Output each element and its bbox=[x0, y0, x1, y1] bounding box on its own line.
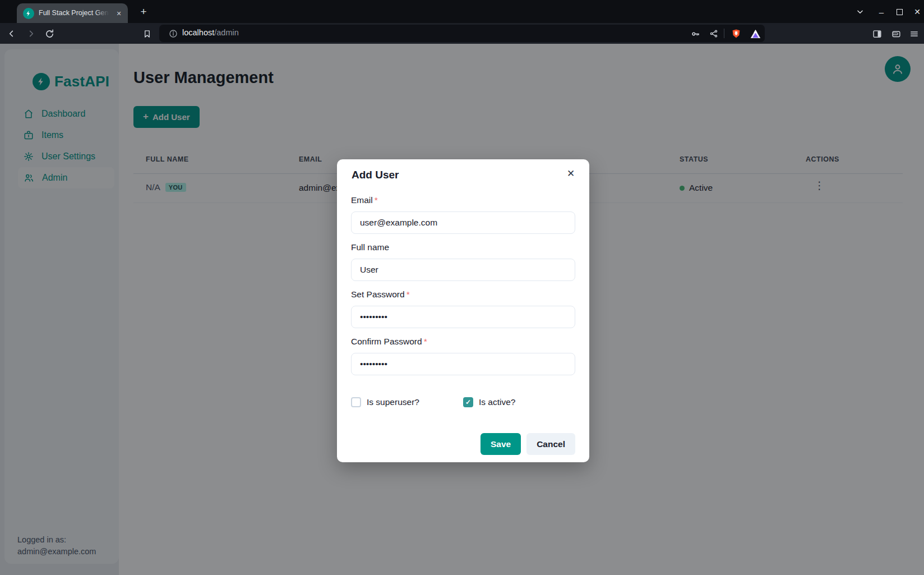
is-superuser-label: Is superuser? bbox=[367, 397, 419, 407]
brave-rewards-icon[interactable]: 1 bbox=[748, 26, 763, 41]
window-minimize-button[interactable]: – bbox=[874, 4, 889, 19]
is-active-checkbox-group[interactable]: ✓ Is active? bbox=[463, 397, 575, 407]
save-button[interactable]: Save bbox=[481, 433, 521, 455]
confirm-password-field[interactable] bbox=[351, 353, 575, 375]
forward-button[interactable] bbox=[24, 26, 38, 41]
is-active-label: Is active? bbox=[479, 397, 515, 407]
share-icon[interactable] bbox=[706, 26, 721, 41]
fastapi-favicon-icon bbox=[23, 8, 34, 19]
back-button[interactable] bbox=[4, 26, 19, 41]
checkbox-row: Is superuser? ✓ Is active? bbox=[351, 397, 575, 407]
bookmark-icon[interactable] bbox=[140, 26, 154, 41]
address-bar[interactable]: localhost/admin 1 bbox=[159, 25, 765, 42]
email-field[interactable] bbox=[351, 211, 575, 234]
modal-actions: Save Cancel bbox=[351, 433, 575, 455]
cancel-button[interactable]: Cancel bbox=[526, 433, 575, 455]
email-label: Email bbox=[351, 195, 373, 205]
browser-titlebar: Full Stack Project Genera ✕ + – ✕ bbox=[0, 0, 924, 23]
url-path: /admin bbox=[214, 28, 239, 37]
modal-title: Add User bbox=[352, 169, 399, 181]
toolbar-separator bbox=[724, 29, 724, 38]
required-asterisk: * bbox=[375, 195, 378, 205]
site-info-icon[interactable] bbox=[166, 26, 181, 41]
is-superuser-checkbox-group[interactable]: Is superuser? bbox=[351, 397, 463, 407]
full-name-field[interactable] bbox=[351, 259, 575, 281]
is-active-checkbox[interactable]: ✓ bbox=[463, 397, 473, 407]
browser-window: Full Stack Project Genera ✕ + – ✕ l bbox=[0, 0, 924, 575]
modal-close-icon[interactable]: ✕ bbox=[562, 165, 579, 182]
maximize-icon bbox=[897, 9, 903, 15]
set-password-field-group: Set Password* bbox=[351, 289, 575, 328]
full-name-field-group: Full name bbox=[351, 242, 575, 281]
set-password-field[interactable] bbox=[351, 306, 575, 328]
tab-search-chevron-icon[interactable] bbox=[853, 4, 867, 19]
required-asterisk: * bbox=[406, 289, 410, 299]
menu-hamburger-icon[interactable] bbox=[907, 26, 921, 41]
tab-title-fade bbox=[95, 8, 114, 20]
add-user-modal: Add User ✕ Email* Full name Set Password… bbox=[337, 159, 589, 462]
tab-close-icon[interactable]: ✕ bbox=[113, 8, 124, 19]
brave-shield-icon[interactable] bbox=[729, 26, 743, 41]
email-field-group: Email* bbox=[351, 195, 575, 234]
window-maximize-button[interactable] bbox=[892, 4, 907, 19]
required-asterisk: * bbox=[424, 337, 427, 346]
full-name-label: Full name bbox=[351, 242, 389, 252]
window-close-button[interactable]: ✕ bbox=[910, 4, 924, 19]
browser-tab[interactable]: Full Stack Project Genera ✕ bbox=[17, 3, 128, 23]
password-key-icon[interactable] bbox=[688, 26, 703, 41]
wallet-icon[interactable] bbox=[889, 26, 903, 41]
confirm-password-field-group: Confirm Password* bbox=[351, 337, 575, 375]
url-host: localhost bbox=[182, 28, 214, 37]
confirm-password-label: Confirm Password bbox=[351, 337, 422, 346]
new-tab-button[interactable]: + bbox=[136, 4, 151, 19]
sidebar-toggle-icon[interactable] bbox=[870, 26, 884, 41]
reload-button[interactable] bbox=[42, 26, 57, 41]
set-password-label: Set Password bbox=[351, 289, 405, 299]
is-superuser-checkbox[interactable] bbox=[351, 397, 361, 407]
url-text: localhost/admin bbox=[182, 28, 239, 37]
browser-toolbar: localhost/admin 1 bbox=[0, 23, 924, 44]
